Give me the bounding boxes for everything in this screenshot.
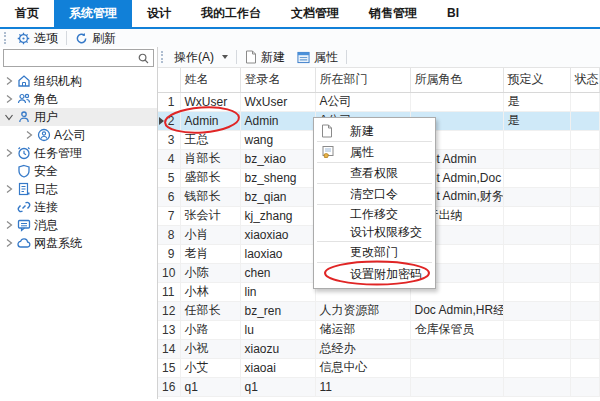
column-header-1[interactable]: 姓名: [180, 68, 240, 92]
cell-predefined: [503, 187, 570, 206]
menu-item-1[interactable]: 属性: [314, 142, 435, 162]
nav-tab-3[interactable]: 我的工作台: [186, 0, 276, 27]
cell-login: q1: [240, 377, 315, 396]
search-icon[interactable]: [137, 52, 150, 65]
cell-num: 8: [158, 225, 180, 244]
chevron-right-icon[interactable]: [4, 148, 14, 158]
cell-status: [570, 92, 599, 111]
chevron-right-icon[interactable]: [4, 184, 14, 194]
nav-tab-6[interactable]: BI: [432, 0, 474, 27]
cell-status: [570, 320, 599, 339]
cell-status: [570, 244, 599, 263]
row-number: 9: [168, 247, 175, 261]
column-header-2[interactable]: 登录名: [240, 68, 315, 92]
link-icon: [17, 200, 31, 214]
chevron-right-icon[interactable]: [4, 76, 14, 86]
sidebar-item-9[interactable]: 网盘系统: [0, 234, 157, 252]
menu-item-label: 设计权限移交: [350, 224, 422, 241]
cell-dept: 信息中心: [315, 358, 410, 377]
nav-tab-4[interactable]: 文档管理: [276, 0, 354, 27]
nav-tab-0[interactable]: 首页: [0, 0, 54, 27]
cell-login: xiaoxiao: [240, 225, 315, 244]
cell-status: [570, 149, 599, 168]
menu-item-7[interactable]: 设置附加密码: [314, 263, 435, 285]
cell-status: [570, 377, 599, 396]
new-page-icon: [245, 50, 257, 64]
table-row-14[interactable]: 14小祝xiaozu总经办: [158, 339, 599, 358]
chevron-right-icon[interactable]: [24, 130, 34, 140]
sidebar-item-8[interactable]: 消息: [0, 216, 157, 234]
sidebar-item-4[interactable]: 任务管理: [0, 144, 157, 162]
sidebar-item-label: 角色: [34, 91, 58, 108]
chevron-right-icon[interactable]: [4, 94, 14, 104]
column-header-3[interactable]: 所在部门: [315, 68, 410, 92]
table-row-15[interactable]: 15小艾xiaoai信息中心: [158, 358, 599, 377]
nav-tab-1[interactable]: 系统管理: [54, 0, 132, 27]
column-header-0[interactable]: [158, 68, 180, 92]
table-row-13[interactable]: 13小路lu储运部仓库保管员: [158, 320, 599, 339]
menu-item-4[interactable]: 工作移交: [314, 205, 435, 223]
cell-predefined: [503, 263, 570, 282]
cell-role: 仓库保管员: [410, 320, 503, 339]
cell-predefined: [503, 377, 570, 396]
row-number: 10: [162, 266, 175, 280]
refresh-button[interactable]: 刷新: [69, 29, 122, 47]
menu-item-2[interactable]: 查看权限: [314, 163, 435, 183]
menu-item-3[interactable]: 清空口令: [314, 184, 435, 204]
table-row-1[interactable]: 1WxUserWxUserA公司是: [158, 92, 599, 111]
sidebar-item-label: 安全: [34, 163, 58, 180]
cell-dept: 11: [315, 377, 410, 396]
chevron-right-icon[interactable]: [4, 220, 14, 230]
table-row-12[interactable]: 12任部长bz_ren人力资源部Doc Admin,HR经理: [158, 301, 599, 320]
sidebar-item-2[interactable]: 用户: [0, 108, 157, 126]
cell-predefined: [503, 282, 570, 301]
sidebar-item-1[interactable]: 角色: [0, 90, 157, 108]
properties-button[interactable]: 属性: [291, 48, 344, 66]
nav-tab-2[interactable]: 设计: [132, 0, 186, 27]
sidebar-item-3[interactable]: A公司: [0, 126, 157, 144]
action-dropdown[interactable]: 操作(A): [168, 48, 234, 66]
menu-item-0[interactable]: 新建: [314, 121, 435, 141]
menu-item-5[interactable]: 设计权限移交: [314, 223, 435, 241]
cell-num: 14: [158, 339, 180, 358]
cell-dept: 人力资源部: [315, 301, 410, 320]
column-header-6[interactable]: 状态: [570, 68, 599, 92]
sidebar-item-6[interactable]: 日志: [0, 180, 157, 198]
cell-predefined: [503, 225, 570, 244]
new-button[interactable]: 新建: [239, 48, 291, 66]
cell-predefined: [503, 168, 570, 187]
search-input[interactable]: [4, 52, 137, 64]
column-header-5[interactable]: 预定义: [503, 68, 570, 92]
cell-name: 小艾: [180, 358, 240, 377]
cell-login: laoxiao: [240, 244, 315, 263]
cell-predefined: [503, 301, 570, 320]
toolbar-separator: [66, 31, 67, 45]
options-button[interactable]: 选项: [11, 29, 64, 47]
current-row-marker-icon: [159, 117, 164, 125]
row-number: 1: [168, 95, 175, 109]
nav-tab-5[interactable]: 销售管理: [354, 0, 432, 27]
row-number: 15: [162, 361, 175, 375]
chevron-down-icon[interactable]: [4, 112, 14, 122]
row-number: 5: [168, 171, 175, 185]
sidebar-item-7[interactable]: 连接: [0, 198, 157, 216]
sidebar-item-label: 连接: [34, 199, 58, 216]
cell-status: [570, 168, 599, 187]
cell-login: lu: [240, 320, 315, 339]
cell-predefined: [503, 149, 570, 168]
chevron-right-icon[interactable]: [4, 238, 14, 248]
cell-predefined: [503, 206, 570, 225]
cell-predefined: 是: [503, 111, 570, 130]
cell-status: [570, 358, 599, 377]
cell-num: 15: [158, 358, 180, 377]
table-header-row: 姓名登录名所在部门所属角色预定义状态: [158, 68, 599, 92]
sidebar-item-0[interactable]: 组织机构: [0, 72, 157, 90]
properties-icon: [297, 51, 310, 64]
sidebar-item-5[interactable]: 安全: [0, 162, 157, 180]
sidebar-item-label: A公司: [54, 127, 86, 144]
column-header-4[interactable]: 所属角色: [410, 68, 503, 92]
table-row-16[interactable]: 16q1q111: [158, 377, 599, 396]
toolbar-separator: [236, 50, 237, 64]
menu-item-6[interactable]: 更改部门: [314, 242, 435, 262]
cell-login: bz_qian: [240, 187, 315, 206]
